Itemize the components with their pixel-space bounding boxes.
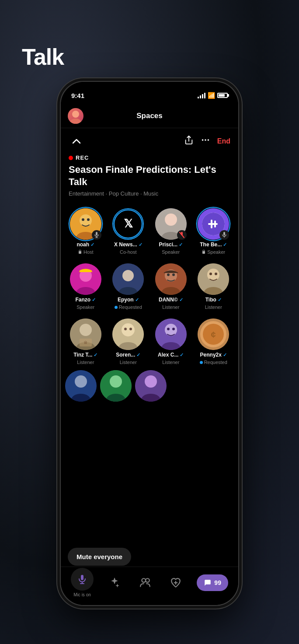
role-dann: Listener — [162, 304, 179, 310]
svg-point-0 — [72, 111, 79, 118]
svg-point-71 — [145, 375, 157, 388]
role-thebe: Speaker — [202, 249, 225, 255]
people-button[interactable] — [136, 573, 155, 592]
participant-soren[interactable]: Soren... ✓ Listener — [108, 316, 149, 368]
svg-rect-14 — [79, 251, 81, 254]
status-icons: 📶 — [198, 92, 228, 99]
verified-xnews: ✓ — [139, 242, 143, 248]
svg-point-5 — [207, 139, 209, 141]
verified-soren: ✓ — [136, 352, 140, 358]
participant-penny2x[interactable]: ¢ Penny2x ✓ Requested — [193, 316, 234, 368]
rec-badge: REC — [61, 154, 238, 161]
user-avatar[interactable] — [68, 108, 83, 124]
partial-row — [61, 368, 238, 404]
partial-avatar-2[interactable] — [100, 370, 132, 402]
name-fanzo: Fanzo ✓ — [75, 297, 96, 303]
ring-epyon — [111, 262, 145, 296]
ring-alexc — [154, 317, 188, 351]
name-epyon: Epyon ✓ — [118, 297, 139, 303]
ring-penny2x — [196, 317, 230, 351]
verified-thebe: ✓ — [223, 242, 227, 248]
participant-prisci[interactable]: Prisci... ✓ Speaker — [150, 206, 191, 257]
mic-button[interactable] — [71, 568, 94, 591]
verified-fanzo: ✓ — [92, 297, 96, 303]
svg-rect-11 — [96, 232, 97, 235]
name-prisci: Prisci... ✓ — [159, 242, 183, 248]
status-time: 9:41 — [71, 92, 84, 99]
role-xnews: Co-host — [120, 249, 137, 255]
ring-tinzt — [69, 317, 103, 351]
participant-noah[interactable]: noah ✓ Host — [65, 206, 106, 257]
role-epyon: Requested — [115, 304, 142, 310]
role-alexc: Listener — [162, 360, 179, 365]
ring-xnews — [111, 207, 145, 241]
phone-screen: 9:41 📶 Spa — [61, 82, 238, 605]
svg-rect-26 — [223, 232, 225, 235]
participant-fanzo[interactable]: Fanzo ✓ Speaker — [65, 261, 106, 312]
svg-rect-28 — [202, 251, 205, 254]
name-soren: Soren... ✓ — [116, 352, 140, 358]
participant-tibo[interactable]: Tibo ✓ Listener — [193, 261, 234, 312]
ring-tibo — [196, 262, 230, 296]
main-content: End REC Season Finale Predictions: Let's… — [61, 128, 238, 605]
name-thebe: The Be... ✓ — [200, 242, 227, 248]
role-prisci: Speaker — [162, 249, 180, 255]
spaces-header: Spaces — [61, 104, 238, 128]
participant-tinzt[interactable]: 🏛 Tinz T... ✓ Listener — [65, 316, 106, 368]
participant-thebe[interactable]: The Be... ✓ Speaker — [193, 206, 234, 257]
name-xnews: X News... ✓ — [114, 242, 143, 248]
partial-avatar-3[interactable] — [135, 370, 167, 402]
name-penny2x: Penny2x ✓ — [200, 352, 227, 358]
share-button[interactable] — [184, 135, 194, 147]
phone-frame: 9:41 📶 Spa — [60, 81, 239, 606]
name-noah: noah ✓ — [76, 242, 94, 248]
role-tibo: Listener — [205, 304, 222, 310]
end-button[interactable]: End — [217, 137, 230, 145]
verified-epyon: ✓ — [135, 297, 139, 303]
partial-avatar-1[interactable] — [65, 370, 97, 402]
mic-badge-thebe — [219, 230, 229, 240]
ring-soren — [111, 317, 145, 351]
svg-point-68 — [110, 375, 122, 388]
bottom-toolbar: Mic is on — [61, 567, 238, 605]
rec-dot — [69, 156, 73, 160]
mic-badge-noah — [92, 230, 101, 240]
notch — [119, 82, 180, 96]
name-tinzt: Tinz T... ✓ — [73, 352, 97, 358]
ring-dann — [154, 262, 188, 296]
participant-xnews[interactable]: 𝕏 X News... ✓ Co-host — [108, 206, 149, 257]
sparkle-button[interactable] — [105, 573, 124, 592]
participant-epyon[interactable]: Epyon ✓ Requested — [108, 261, 149, 312]
name-tibo: Tibo ✓ — [205, 297, 222, 303]
participant-dann[interactable]: DANN© ✓ Listener — [150, 261, 191, 312]
chat-count: 99 — [214, 579, 221, 586]
verified-dann: ✓ — [179, 297, 183, 303]
verified-tibo: ✓ — [218, 297, 222, 303]
verified-penny2x: ✓ — [223, 352, 227, 358]
top-actions: End — [61, 128, 238, 154]
svg-point-76 — [142, 578, 146, 582]
svg-point-4 — [205, 139, 206, 141]
role-penny2x: Requested — [200, 360, 227, 365]
more-button[interactable] — [201, 135, 210, 147]
role-soren: Listener — [120, 360, 137, 365]
chat-button[interactable]: 99 — [197, 574, 228, 591]
name-alexc: Alex C... ✓ — [158, 352, 184, 358]
mute-everyone-toast[interactable]: Mute everyone — [68, 548, 131, 566]
rec-text: REC — [76, 154, 89, 161]
verified-prisci: ✓ — [179, 242, 183, 248]
participant-alexc[interactable]: Alex C... ✓ Listener — [150, 316, 191, 368]
space-tags: Entertainment · Pop Culture · Music — [61, 190, 238, 197]
verified-tinzt: ✓ — [94, 352, 97, 358]
heart-plus-button[interactable] — [166, 573, 185, 592]
app-title: Talk — [22, 44, 64, 70]
ring-fanzo — [69, 262, 103, 296]
role-noah: Host — [78, 249, 94, 255]
svg-point-77 — [146, 578, 150, 582]
signal-icon — [198, 93, 205, 98]
participants-grid: noah ✓ Host � — [61, 206, 238, 368]
space-title: Season Finale Predictions: Let's Talk — [61, 164, 238, 188]
collapse-button[interactable] — [69, 133, 84, 149]
svg-point-65 — [75, 375, 87, 388]
role-tinzt: Listener — [77, 360, 94, 365]
